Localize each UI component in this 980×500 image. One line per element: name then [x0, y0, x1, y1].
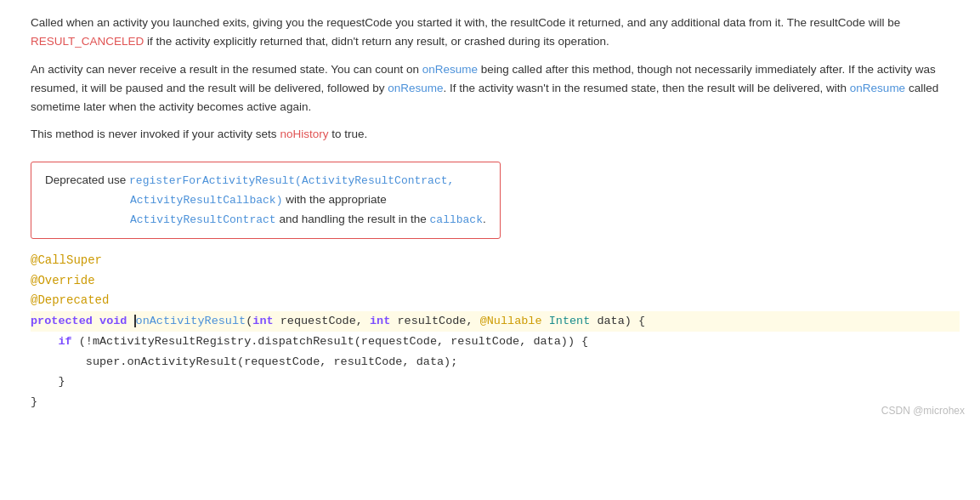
- onresume-link2[interactable]: onResume: [388, 82, 443, 94]
- deprecated-line2: ActivityResultCallback) with the appropr…: [45, 190, 486, 210]
- kw-int1: int: [252, 315, 273, 327]
- watermark: CSDN @microhex: [881, 405, 965, 417]
- para3-end: to true.: [328, 128, 367, 140]
- para3-start: This method is never invoked if your act…: [31, 128, 280, 140]
- annotation-override: @Override: [31, 271, 960, 292]
- deprecated-code3: ActivityResultContract: [130, 213, 276, 226]
- para1-end: if the activity explicitly returned that…: [144, 35, 609, 48]
- onresume-link1[interactable]: onResume: [422, 63, 478, 76]
- para1: Called when an activity you launched exi…: [31, 14, 960, 52]
- deprecated-line1: Deprecated use registerForActivityResult…: [45, 171, 486, 190]
- nohistory-link[interactable]: noHistory: [280, 128, 328, 140]
- deprecated-dot: .: [483, 213, 486, 225]
- deprecated-callback: callback: [430, 213, 483, 226]
- annotation-callsuper: @CallSuper: [31, 251, 960, 271]
- para2: An activity can never receive a result i…: [31, 60, 960, 117]
- super-line: super.onActivityResult(requestCode, resu…: [31, 352, 960, 372]
- annotation-deprecated: @Deprecated: [31, 291, 960, 311]
- deprecated-box: Deprecated use registerForActivityResult…: [31, 162, 501, 239]
- deprecated-label: Deprecated use: [45, 173, 129, 186]
- deprecated-end: and handling the result in the: [276, 213, 430, 225]
- if-line: if (!mActivityResultRegistry.dispatchRes…: [31, 332, 960, 352]
- nullable-annotation: @Nullable: [480, 315, 542, 327]
- deprecated-line3: ActivityResultContract and handling the …: [45, 210, 486, 230]
- intent-type: Intent: [549, 315, 591, 327]
- kw-if: if: [58, 335, 71, 348]
- deprecated-code2: ActivityResultCallback): [130, 194, 282, 207]
- para3: This method is never invoked if your act…: [31, 125, 960, 144]
- para2-start: An activity can never receive a result i…: [31, 63, 422, 76]
- fn-onactivityresult: onActivityResult: [136, 315, 246, 327]
- para2-mid2: . If the activity wasn't in the resumed …: [444, 82, 850, 94]
- kw-int2: int: [370, 315, 390, 327]
- deprecated-mid: with the appropriate: [282, 193, 386, 206]
- kw-void: void: [99, 315, 127, 327]
- method-signature-line: protected void onActivityResult(int requ…: [31, 311, 960, 332]
- para1-text: Called when an activity you launched exi…: [31, 16, 900, 29]
- deprecated-code1: registerForActivityResult(ActivityResult…: [129, 174, 454, 187]
- inner-close-brace: }: [31, 372, 960, 392]
- outer-close-brace: }: [31, 392, 960, 412]
- result-canceled-link[interactable]: RESULT_CANCELED: [31, 35, 144, 48]
- onresume-link3[interactable]: onResume: [850, 82, 905, 94]
- kw-protected: protected: [31, 315, 93, 327]
- code-block: @CallSuper @Override @Deprecated protect…: [31, 251, 960, 412]
